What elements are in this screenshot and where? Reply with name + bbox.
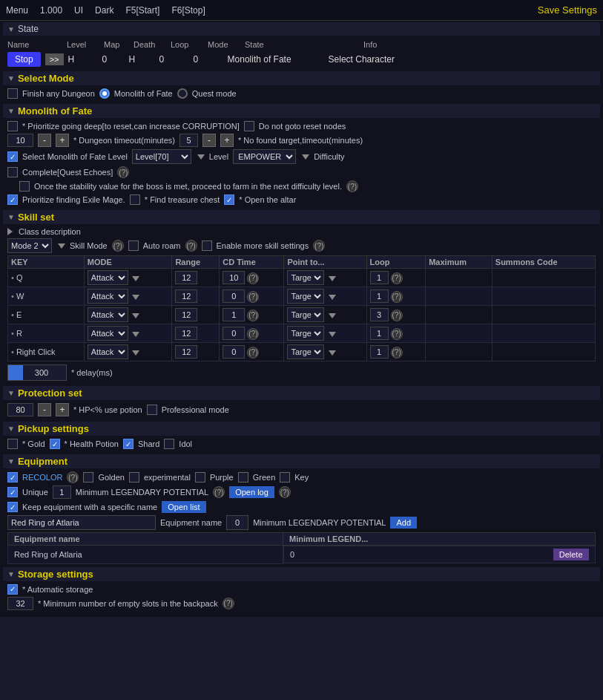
unique-checkbox[interactable] [7, 487, 18, 497]
skill-cd-1[interactable] [223, 290, 245, 303]
once-stability-help[interactable]: (?) [346, 180, 358, 192]
skill-range-0[interactable] [175, 271, 197, 284]
golden-checkbox[interactable] [83, 472, 93, 483]
no-found-timeout-input[interactable] [179, 134, 198, 147]
skill-cd-cell[interactable]: (?) [220, 324, 284, 343]
recolor-checkbox[interactable] [7, 472, 18, 483]
skill-range-cell[interactable] [172, 287, 220, 306]
skill-range-1[interactable] [175, 290, 197, 303]
once-stability-checkbox[interactable] [19, 181, 30, 192]
skill-range-cell[interactable] [172, 269, 220, 287]
no-found-plus[interactable]: + [220, 134, 234, 147]
hp-input[interactable] [7, 403, 33, 416]
finish-dungeon-checkbox[interactable] [7, 88, 18, 99]
auto-roam-checkbox[interactable] [128, 241, 139, 251]
skill-cd-help-1[interactable]: (?) [247, 291, 259, 303]
professional-checkbox[interactable] [147, 405, 157, 415]
dungeon-timeout-plus[interactable]: + [56, 134, 69, 147]
skill-mode-cell[interactable]: AttackBuffDebuff [84, 324, 172, 343]
open-list-button[interactable]: Open list [162, 501, 205, 513]
skill-mode-select-0[interactable]: AttackBuffDebuff [88, 270, 128, 285]
shard-checkbox[interactable] [123, 439, 134, 449]
skill-loop-help-4[interactable]: (?) [391, 347, 403, 359]
skill-loop-3[interactable] [370, 327, 389, 340]
skill-cd-2[interactable] [223, 308, 245, 321]
skill-loop-help-1[interactable]: (?) [391, 291, 403, 303]
select-level-checkbox[interactable] [7, 151, 18, 162]
min-slots-input[interactable] [7, 597, 33, 610]
skill-cd-help-3[interactable]: (?) [247, 328, 259, 340]
menu-label[interactable]: Menu [6, 5, 28, 16]
skill-range-cell[interactable] [172, 306, 220, 324]
no-found-minus[interactable]: - [202, 134, 216, 147]
skill-range-cell[interactable] [172, 343, 220, 362]
skill-cd-cell[interactable]: (?) [220, 287, 284, 306]
open-log-button[interactable]: Open log [229, 486, 274, 498]
skill-range-2[interactable] [175, 308, 197, 321]
prioritize-deep-checkbox[interactable] [7, 121, 18, 131]
health-potion-checkbox[interactable] [50, 439, 60, 449]
find-treasure-checkbox[interactable] [130, 194, 140, 205]
skill-mode-cell[interactable]: AttackBuffDebuff [84, 287, 172, 306]
enable-more-checkbox[interactable] [202, 241, 212, 251]
skill-loop-cell[interactable]: (?) [366, 306, 426, 324]
hp-plus[interactable]: + [56, 403, 69, 416]
skill-loop-cell[interactable]: (?) [366, 324, 426, 343]
skill-mode-select-2[interactable]: AttackBuffDebuff [88, 307, 128, 322]
complete-quest-checkbox[interactable] [7, 167, 18, 177]
add-button[interactable]: Add [390, 517, 417, 529]
skill-cd-0[interactable] [223, 271, 245, 284]
skill-range-4[interactable] [175, 345, 197, 359]
skill-loop-help-0[interactable]: (?) [391, 272, 403, 284]
skill-loop-2[interactable] [370, 308, 389, 321]
f5-label[interactable]: F5[Start] [125, 5, 159, 16]
skill-cd-help-0[interactable]: (?) [247, 272, 259, 284]
save-settings-button[interactable]: Save Settings [538, 4, 597, 16]
skill-mode-select-1[interactable]: AttackBuffDebuff [88, 289, 128, 304]
hp-minus[interactable]: - [38, 403, 51, 416]
prioritize-exile-checkbox[interactable] [7, 194, 18, 205]
no-reset-checkbox[interactable] [244, 121, 254, 131]
skill-cd-cell[interactable]: (?) [220, 269, 284, 287]
skill-point-select-3[interactable]: TargeSelf [287, 326, 324, 341]
delay-input[interactable] [23, 365, 60, 380]
skill-point-select-1[interactable]: TargeSelf [287, 289, 324, 304]
gold-checkbox[interactable] [7, 439, 18, 449]
skill-point-select-4[interactable]: TargeSelf [287, 344, 324, 359]
monolith-radio[interactable] [99, 88, 110, 99]
open-log-help[interactable]: (?) [279, 486, 291, 498]
open-altar-checkbox[interactable] [224, 194, 234, 205]
skill-point-cell[interactable]: TargeSelf [284, 343, 366, 362]
unique-val-input[interactable] [53, 485, 71, 499]
skill-cd-3[interactable] [223, 327, 245, 340]
f6-label[interactable]: F6[Stop] [171, 5, 205, 16]
recolor-help[interactable]: (?) [67, 471, 79, 483]
skill-mode-cell[interactable]: AttackBuffDebuff [84, 306, 172, 324]
key-checkbox[interactable] [280, 472, 290, 483]
dungeon-timeout-minus[interactable]: - [38, 134, 51, 147]
keep-equip-checkbox[interactable] [7, 502, 18, 512]
skill-loop-4[interactable] [370, 345, 389, 359]
quest-radio[interactable] [177, 88, 188, 99]
skill-point-cell[interactable]: TargeSelf [284, 306, 366, 324]
delete-button[interactable]: Delete [553, 549, 589, 560]
arrow-button[interactable]: >> [45, 53, 64, 65]
skill-point-cell[interactable]: TargeSelf [284, 287, 366, 306]
empower-select[interactable]: EMPOWER NORMAL [233, 149, 296, 164]
skill-cd-cell[interactable]: (?) [220, 343, 284, 362]
skill-cd-cell[interactable]: (?) [220, 306, 284, 324]
skill-range-cell[interactable] [172, 324, 220, 343]
min-legendary-input[interactable] [226, 515, 248, 530]
skill-loop-1[interactable] [370, 290, 389, 303]
skill-range-3[interactable] [175, 327, 197, 340]
dungeon-timeout-input[interactable] [7, 134, 33, 147]
skill-point-cell[interactable]: TargeSelf [284, 269, 366, 287]
skill-loop-help-3[interactable]: (?) [391, 328, 403, 340]
auto-storage-checkbox[interactable] [7, 584, 18, 595]
skill-point-select-2[interactable]: TargeSelf [287, 307, 324, 322]
idol-checkbox[interactable] [164, 439, 174, 449]
skill-mode-select-3[interactable]: AttackBuffDebuff [88, 326, 128, 341]
experimental-checkbox[interactable] [129, 472, 139, 483]
stop-button[interactable]: Stop [7, 52, 41, 67]
skill-loop-cell[interactable]: (?) [366, 287, 426, 306]
